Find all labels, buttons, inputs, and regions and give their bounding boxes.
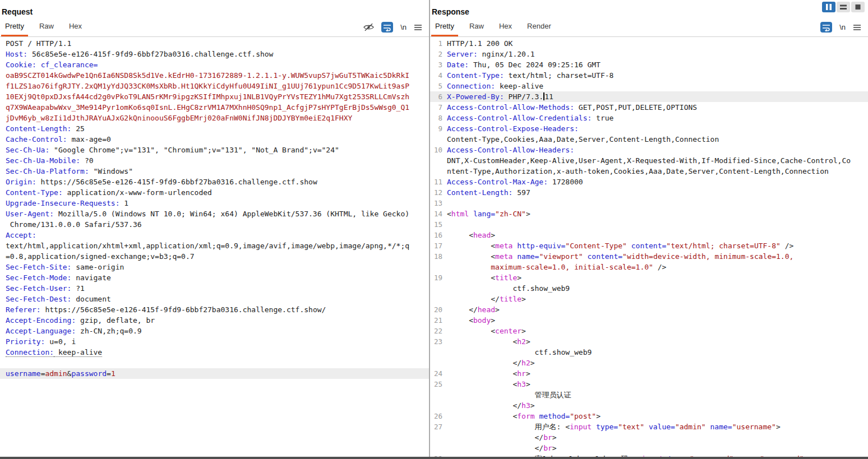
code-line: Upgrade-Insecure-Requests: 1 [0,198,429,208]
request-tabbar: PrettyRawHex \n [0,20,429,37]
code-line: 14<html lang="zh-CN"> [430,208,868,219]
line-number: 8 [431,113,442,123]
tab-raw[interactable]: Raw [35,19,58,36]
code-line: Cache-Control: max-age=0 [0,134,429,145]
line-number: 21 [431,315,442,326]
code-line: </title> [430,294,868,304]
request-panel-title: Request [0,0,429,20]
tab-render[interactable]: Render [523,19,555,36]
code-line: </h3> [430,400,868,411]
code-line: Priority: u=0, i [0,336,429,347]
rows-layout-button[interactable] [837,2,850,12]
code-line: oaB9SCZT014kGwdwPe1Qn6Ia6NSD8Sk5d1Ve.kEd… [0,70,429,81]
request-tabs: PrettyRawHex [1,19,363,36]
code-line: Cookie: cf_clearance= [0,59,429,70]
code-line: Sec-Fetch-Mode: navigate [0,272,429,283]
code-line: Sec-Fetch-User: ?1 [0,283,429,294]
menu-icon[interactable] [853,24,861,31]
code-line: 23 <h2> [430,336,868,347]
word-wrap-icon[interactable] [820,22,832,33]
code-line [0,358,429,368]
line-number: 14 [431,208,442,219]
eye-slash-icon[interactable] [363,23,374,31]
response-panel-title: Response [430,0,868,20]
code-line: Chrome/131.0.0.0 Safari/537.36 [0,219,429,230]
code-line: Accept-Language: zh-CN,zh;q=0.9 [0,326,429,336]
code-line: Sec-Ch-Ua-Platform: "Windows" [0,166,429,177]
code-line: Content-Type: application/x-www-form-url… [0,187,429,198]
code-line: 12Content-Length: 597 [430,187,868,198]
code-line: 20 </head> [430,304,868,315]
line-number: 24 [431,368,442,379]
code-line: Origin: https://56c85e5e-e126-415f-9fd9-… [0,177,429,187]
word-wrap-icon[interactable] [381,22,393,33]
code-line: 19 <title> [430,272,868,283]
code-line: 5Connection: keep-alive [430,81,868,91]
tab-hex[interactable]: Hex [65,19,86,36]
newline-icon[interactable]: \n [400,23,407,31]
request-editor[interactable]: POST / HTTP/1.1Host: 56c85e5e-e126-415f-… [0,37,429,459]
line-number: 9 [431,123,442,134]
code-line: </br> [430,443,868,453]
bottom-bar [0,457,868,459]
code-line: 4Content-Type: text/html; charset=UTF-8 [430,70,868,81]
line-number: 6 [431,91,442,102]
code-line: q7X9WAeapabwWxv_3Me914Pyr1omKo6sq0IsnL.E… [0,102,429,113]
request-editor-toolbar: \n [363,22,422,33]
code-line: Connection: keep-alive [0,347,429,358]
line-number: 26 [431,411,442,421]
tab-pretty[interactable]: Pretty [431,19,458,36]
code-line: 27 用户名: <input type="text" value="admin"… [430,421,868,432]
code-line: 26 <form method="post"> [430,411,868,421]
code-line: f1LZS1ao76ifgRJTY.2xQM1yYdJQ33CK0MsXbRb.… [0,81,429,91]
code-line: 3Date: Thu, 05 Dec 2024 09:25:16 GMT [430,59,868,70]
code-line: maximum-scale=1.0, initial-scale=1.0" /> [430,262,868,272]
code-line: </br> [430,432,868,443]
code-line: POST / HTTP/1.1 [0,38,429,49]
tab-raw[interactable]: Raw [465,19,488,36]
code-line: 7Access-Control-Allow-Methods: GET,POST,… [430,102,868,113]
single-layout-button[interactable] [851,2,865,12]
code-line: text/html,application/xhtml+xml,applicat… [0,240,429,251]
line-number: 13 [431,198,442,208]
code-line: </h2> [430,358,868,368]
newline-icon[interactable]: \n [839,23,846,31]
repeater-message-view: Request PrettyRawHex [0,0,868,459]
code-line: Accept: [0,230,429,240]
layout-controls [822,2,865,12]
line-number: 12 [431,187,442,198]
code-line: Content-Type,Cookies,Aaa,Date,Server,Con… [430,134,868,145]
menu-icon[interactable] [414,24,422,31]
code-line: ctf.show_web9 [430,283,868,294]
code-line: jDvM6yb_w8zIi1dJthJRAYuAJxG2kQninoouS6Fg… [0,113,429,123]
code-line: ctf.show_web9 [430,347,868,358]
code-line: 10EXj9Qt0pxDJxsfA44cd2g0vPkoT9LAN5rKMr9i… [0,91,429,102]
code-line: 21 <body> [430,315,868,326]
tab-pretty[interactable]: Pretty [1,19,28,36]
line-number: 5 [431,81,442,91]
code-line: User-Agent: Mozilla/5.0 (Windows NT 10.0… [0,208,429,219]
code-line: Referer: https://56c85e5e-e126-415f-9fd9… [0,304,429,315]
line-number: 19 [431,272,442,283]
line-number: 7 [431,102,442,113]
line-number: 3 [431,59,442,70]
tab-hex[interactable]: Hex [495,19,516,36]
code-line: 13 [430,198,868,208]
code-line: 8Access-Control-Allow-Credentials: true [430,113,868,123]
code-line: 管理员认证 [430,390,868,400]
code-line: Host: 56c85e5e-e126-415f-9fd9-6bbf27ba03… [0,49,429,59]
line-number: 25 [431,379,442,390]
code-line: Accept-Encoding: gzip, deflate, br [0,315,429,326]
code-line: 25 <h3> [430,379,868,390]
response-tabs: PrettyRawHexRender [431,19,820,36]
columns-layout-button[interactable] [822,2,835,12]
response-editor[interactable]: 1HTTP/1.1 200 OK2Server: nginx/1.20.13Da… [430,37,868,459]
code-line: 10Access-Control-Allow-Headers: [430,145,868,155]
code-line: 22 <center> [430,326,868,336]
line-number: 18 [431,251,442,262]
line-number: 11 [431,177,442,187]
code-line: =0.8,application/signed-exchange;v=b3;q=… [0,251,429,262]
code-line: 1HTTP/1.1 200 OK [430,38,868,49]
line-number: 20 [431,304,442,315]
code-line: 11Access-Control-Max-Age: 1728000 [430,177,868,187]
